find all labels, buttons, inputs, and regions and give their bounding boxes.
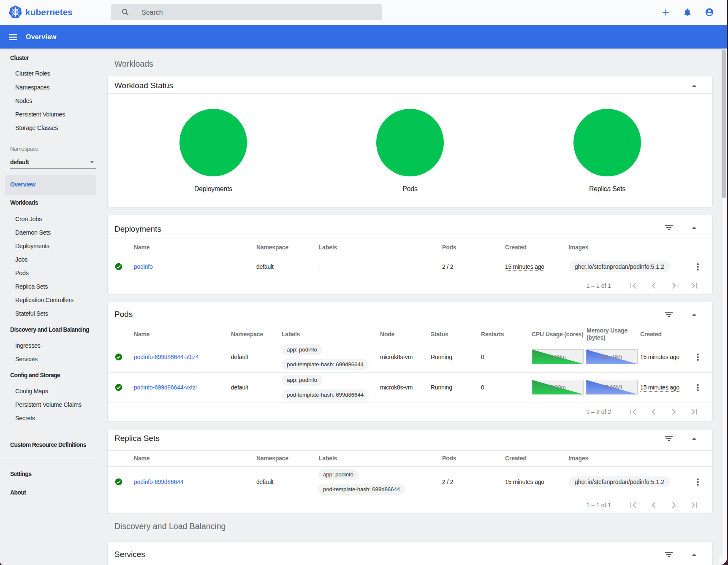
svg-text:5.00m: 5.00m <box>550 354 566 360</box>
svg-text:16.70Mi: 16.70Mi <box>602 354 622 360</box>
svg-text:15.66Mi: 15.66Mi <box>602 384 622 390</box>
svg-text:5.00m: 5.00m <box>550 384 566 390</box>
